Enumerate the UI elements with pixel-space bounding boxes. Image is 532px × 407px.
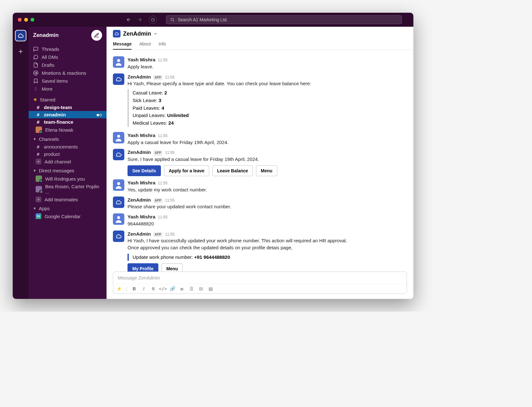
workspace-header[interactable]: Zenadmin — [29, 27, 107, 44]
ordered-list-icon[interactable]: ≣ — [179, 286, 184, 291]
my-profile-button[interactable]: My Profile — [128, 263, 158, 272]
update-block: Update work phone number: +91 9644488820 — [128, 254, 407, 261]
apply-leave-button[interactable]: Apply for a leave — [164, 165, 209, 176]
quote-icon[interactable]: ⊟ — [198, 286, 204, 291]
app-icon — [113, 30, 121, 38]
tab-info[interactable]: Info — [159, 41, 166, 50]
bold-icon[interactable]: B — [132, 286, 137, 291]
bot-avatar — [113, 197, 124, 208]
dm-group[interactable]: 3 Bea Rosen, Carter Poplin ... — [29, 183, 107, 196]
workspace-icon[interactable] — [15, 30, 26, 41]
bot-avatar — [113, 149, 124, 160]
add-channel[interactable]: +Add channel — [29, 158, 107, 165]
section-starred[interactable]: ★ Starred — [29, 94, 107, 104]
avatar-icon — [36, 176, 42, 182]
lightning-icon[interactable]: ⚡ — [116, 286, 121, 291]
message: Yash Mishra11:55 9644488820 — [113, 213, 407, 227]
svg-point-2 — [35, 72, 37, 74]
search-placeholder: Search A1 Marketing Ltd. — [178, 17, 228, 22]
cloud-icon — [17, 32, 24, 39]
message: ZenAdminAPP11:55 Sure, I have applied a … — [113, 149, 407, 176]
nav-threads[interactable]: Threads — [29, 45, 107, 53]
compose-icon — [94, 32, 100, 38]
see-details-button[interactable]: See Details — [128, 165, 161, 176]
close-window[interactable] — [18, 18, 22, 22]
menu-button[interactable]: Menu — [256, 165, 277, 176]
nav-mentions[interactable]: Mnetions & reactions — [29, 69, 107, 77]
mentions-icon — [33, 70, 38, 76]
channel-tabs: Message About Info — [113, 41, 407, 50]
caret-down-icon: ▼ — [33, 137, 36, 141]
history-nav — [126, 17, 142, 23]
maximize-window[interactable] — [31, 18, 34, 22]
svg-point-6 — [117, 59, 120, 62]
channel-product[interactable]: #product — [29, 150, 107, 158]
sync-icon: ◆◇ — [96, 113, 102, 117]
link-icon[interactable]: 🔗 — [170, 286, 175, 291]
channel-design-team[interactable]: #design-team — [29, 104, 107, 111]
dm-elena[interactable]: Elena Nowak — [29, 126, 107, 134]
code-icon[interactable]: </> — [160, 286, 165, 291]
more-icon — [33, 86, 38, 92]
codeblock-icon[interactable]: ▤ — [208, 286, 213, 291]
svg-point-3 — [35, 87, 36, 88]
composer-input[interactable]: Message ZenAdmin — [113, 272, 407, 284]
nav-drafts[interactable]: Drafts — [29, 61, 107, 69]
bot-avatar — [113, 231, 124, 242]
nav-saved[interactable]: Saved items — [29, 77, 107, 85]
channel-header: ZenAdmin Message About Info — [107, 27, 413, 50]
channel-title[interactable]: ZenAdmin — [113, 30, 407, 38]
clock-icon — [151, 17, 155, 22]
back-icon[interactable] — [126, 17, 132, 23]
message: ZenAdminAPP11:55 Please share your updat… — [113, 197, 407, 210]
channel-zenadmin[interactable]: #zenadmin◆◇ — [29, 111, 107, 118]
message: Yash Mishra11:55 Yes, update my work con… — [113, 179, 407, 193]
star-icon: ★ — [33, 97, 37, 102]
user-avatar — [113, 179, 124, 191]
menu-button[interactable]: Menu — [162, 263, 183, 272]
svg-point-1 — [171, 18, 173, 21]
forward-icon[interactable] — [137, 17, 142, 23]
message: ZenAdminAPP11:55 Hi Yash, I have success… — [113, 231, 407, 272]
compose-button[interactable] — [91, 30, 102, 41]
message: Yash Mishra11:55 Apply leave. — [113, 56, 407, 70]
plus-icon: + — [36, 197, 41, 202]
drafts-icon — [33, 62, 38, 68]
tab-about[interactable]: About — [139, 41, 151, 50]
section-apps[interactable]: ▼ Apps — [29, 203, 107, 212]
app-gcal[interactable]: 31 Google Calendar — [29, 212, 107, 220]
section-channels[interactable]: ▼ Channels — [29, 134, 107, 143]
strike-icon[interactable]: S — [151, 286, 156, 291]
dms-icon — [33, 54, 38, 60]
italic-icon[interactable]: I — [141, 286, 146, 291]
workspace-rail: + — [13, 27, 29, 299]
message-composer: Message ZenAdmin ⚡ | B I S </> 🔗 ≣ ☰ ⊟ ▤ — [113, 272, 407, 294]
minimize-window[interactable] — [24, 18, 28, 22]
message: Yash Mishra11:55 Apply a casual leave fo… — [113, 132, 407, 146]
section-dms[interactable]: ▼ Direct messages — [29, 165, 107, 175]
tab-message[interactable]: Message — [113, 41, 132, 50]
chevron-down-icon — [154, 32, 157, 36]
leave-balance-button[interactable]: Leave Balance — [212, 165, 253, 176]
svg-point-4 — [35, 88, 36, 89]
leave-balance-block: Casual Leave: 2 Sick Leave: 3 Paid Leave… — [128, 89, 407, 127]
svg-point-8 — [117, 182, 120, 185]
add-workspace[interactable]: + — [18, 47, 23, 56]
channel-announcements[interactable]: #announcements — [29, 143, 107, 150]
svg-point-9 — [117, 216, 120, 219]
search-input[interactable]: Search A1 Marketing Ltd. — [166, 15, 402, 24]
avatar-icon: 3 — [36, 186, 42, 192]
dm-will[interactable]: Will Rodrigues you — [29, 175, 107, 183]
user-avatar — [113, 213, 124, 225]
nav-all-dms[interactable]: All DMs — [29, 53, 107, 61]
channel-team-finance[interactable]: #team-finance — [29, 118, 107, 126]
bot-avatar — [113, 73, 124, 85]
gcal-icon: 31 — [36, 213, 41, 219]
history-button[interactable] — [149, 16, 157, 24]
nav-more[interactable]: More — [29, 85, 107, 93]
message: ZenAdminAPP11:55 Hi Yash, Please specify… — [113, 73, 407, 129]
titlebar: Search A1 Marketing Ltd. — [13, 13, 413, 27]
add-teammates[interactable]: +Add teammates — [29, 196, 107, 203]
cloud-icon — [114, 31, 119, 36]
bullet-list-icon[interactable]: ☰ — [189, 286, 194, 291]
